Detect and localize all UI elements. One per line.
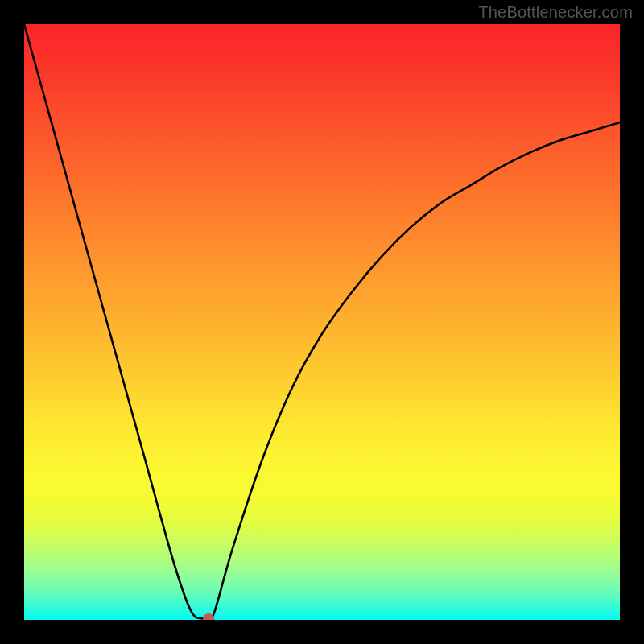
watermark-text: TheBottlenecker.com bbox=[478, 3, 633, 22]
plot-area bbox=[24, 24, 620, 620]
optimal-marker-icon bbox=[203, 613, 214, 620]
chart-container: TheBottlenecker.com bbox=[0, 0, 644, 644]
bottleneck-curve bbox=[24, 24, 620, 620]
